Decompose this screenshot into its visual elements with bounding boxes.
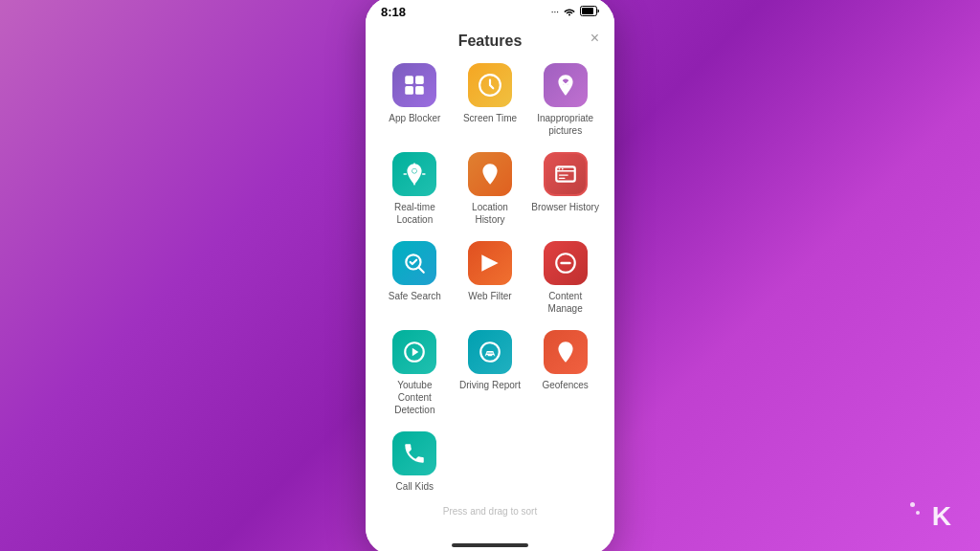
feature-item-driving-report[interactable]: Driving Report bbox=[457, 330, 524, 416]
svg-point-10 bbox=[558, 167, 560, 169]
modal-title: Features bbox=[458, 33, 523, 50]
web-filter-icon bbox=[468, 241, 512, 285]
svg-rect-1 bbox=[582, 8, 593, 14]
features-grid: App Blocker Screen Time Inappropriate pi… bbox=[381, 63, 599, 493]
browser-history-icon bbox=[544, 152, 588, 196]
screen-time-label: Screen Time bbox=[463, 112, 517, 124]
home-indicator bbox=[452, 543, 528, 547]
svg-rect-3 bbox=[415, 76, 424, 84]
safe-search-icon bbox=[392, 241, 436, 285]
phone-frame: 8:18 ··· Features × bbox=[366, 0, 614, 551]
location-history-icon bbox=[468, 152, 512, 196]
modal-header: Features × bbox=[381, 23, 599, 63]
feature-item-inappropriate[interactable]: Inappropriate pictures bbox=[531, 63, 599, 137]
feature-item-content-manage[interactable]: Content Manage bbox=[531, 241, 599, 315]
youtube-icon bbox=[392, 330, 436, 374]
driving-report-label: Driving Report bbox=[459, 379, 521, 391]
svg-point-8 bbox=[487, 168, 492, 173]
app-blocker-icon bbox=[392, 63, 436, 107]
svg-rect-2 bbox=[406, 76, 414, 84]
close-button[interactable]: × bbox=[590, 31, 599, 46]
signal-icon: ··· bbox=[551, 7, 559, 17]
feature-item-youtube[interactable]: Youtube Content Detection bbox=[381, 330, 449, 416]
feature-item-realtime-location[interactable]: Real-time Location bbox=[381, 152, 449, 226]
call-kids-icon bbox=[392, 431, 436, 475]
location-history-label: Location History bbox=[457, 201, 524, 226]
safe-search-label: Safe Search bbox=[389, 290, 441, 302]
realtime-location-label: Real-time Location bbox=[381, 201, 449, 226]
svg-point-11 bbox=[562, 167, 564, 169]
status-bar: 8:18 ··· bbox=[366, 0, 614, 23]
screen-time-icon bbox=[468, 63, 512, 107]
feature-item-browser-history[interactable]: Browser History bbox=[531, 152, 599, 226]
driving-report-icon bbox=[468, 330, 512, 374]
svg-rect-4 bbox=[406, 86, 414, 95]
web-filter-label: Web Filter bbox=[468, 290, 511, 302]
watermark-dot2 bbox=[916, 511, 920, 515]
inappropriate-label: Inappropriate pictures bbox=[531, 112, 599, 137]
youtube-label: Youtube Content Detection bbox=[381, 379, 449, 416]
inappropriate-icon bbox=[544, 63, 588, 107]
battery-icon bbox=[580, 6, 599, 18]
status-icons: ··· bbox=[551, 5, 599, 18]
wifi-icon bbox=[563, 5, 576, 18]
watermark-dot bbox=[910, 502, 915, 507]
feature-item-screen-time[interactable]: Screen Time bbox=[457, 63, 524, 137]
svg-rect-5 bbox=[415, 86, 424, 95]
content-manage-label: Content Manage bbox=[531, 290, 599, 315]
watermark-logo: K bbox=[932, 501, 951, 532]
svg-point-7 bbox=[412, 168, 416, 172]
realtime-location-icon bbox=[392, 152, 436, 196]
status-time: 8:18 bbox=[381, 5, 406, 19]
feature-item-web-filter[interactable]: Web Filter bbox=[457, 241, 524, 315]
browser-history-label: Browser History bbox=[531, 201, 599, 213]
feature-item-call-kids[interactable]: Call Kids bbox=[381, 431, 449, 493]
content-manage-icon bbox=[544, 241, 588, 285]
modal-content: Features × App Blocker Screen Time bbox=[366, 23, 614, 540]
svg-point-16 bbox=[485, 355, 488, 358]
feature-item-geofences[interactable]: Geofences bbox=[531, 330, 599, 416]
geofences-icon bbox=[544, 330, 588, 374]
feature-item-safe-search[interactable]: Safe Search bbox=[381, 241, 449, 315]
feature-item-app-blocker[interactable]: App Blocker bbox=[381, 63, 449, 137]
app-blocker-label: App Blocker bbox=[389, 112, 440, 124]
feature-item-location-history[interactable]: Location History bbox=[457, 152, 524, 226]
geofences-label: Geofences bbox=[542, 379, 588, 391]
call-kids-label: Call Kids bbox=[396, 480, 434, 493]
svg-point-17 bbox=[492, 355, 495, 358]
svg-point-18 bbox=[563, 346, 568, 351]
drag-hint: Press and drag to sort bbox=[381, 493, 599, 524]
